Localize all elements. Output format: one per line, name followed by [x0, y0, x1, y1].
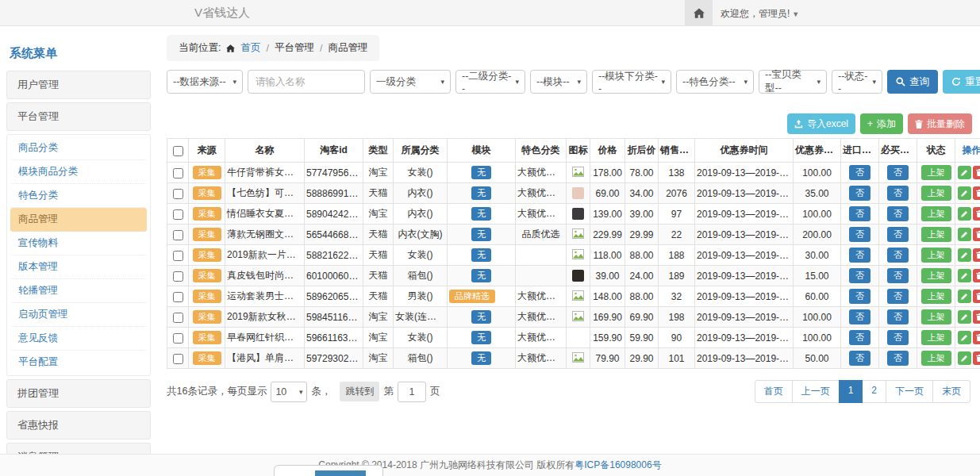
delete-button[interactable] [973, 269, 980, 282]
sidebar-item-feedback[interactable]: 意见反馈 [10, 327, 147, 351]
select-all-checkbox[interactable] [173, 146, 183, 156]
edit-button[interactable] [958, 331, 971, 344]
import-select-toggle[interactable]: 否 [849, 186, 870, 201]
edit-button[interactable] [958, 228, 971, 241]
import-excel-button[interactable]: 导入excel [787, 113, 855, 134]
feature-category-select[interactable]: --特色分类--▾ [676, 70, 754, 94]
sidebar-item-savings-express[interactable]: 省惠快报 [6, 411, 151, 440]
edit-button[interactable] [958, 351, 971, 365]
delete-button[interactable] [973, 186, 980, 200]
delete-button[interactable] [973, 310, 980, 324]
home-button[interactable] [685, 0, 713, 25]
status-button[interactable]: 上架 [921, 268, 951, 283]
delete-button[interactable] [973, 228, 980, 241]
page-last[interactable]: 末页 [932, 380, 970, 403]
must-buy-toggle[interactable]: 否 [887, 248, 909, 263]
row-checkbox[interactable] [173, 292, 183, 302]
edit-button[interactable] [958, 186, 971, 200]
level1-category-select[interactable]: 一级分类▾ [370, 70, 451, 94]
breadcrumb-home-link[interactable]: 首页 [240, 41, 260, 55]
import-select-toggle[interactable]: 否 [849, 289, 870, 304]
name-input[interactable] [248, 70, 365, 94]
module-select[interactable]: --模块--▾ [530, 70, 587, 94]
sidebar-item-group-buy-management[interactable]: 拼团管理 [6, 379, 151, 408]
edit-button[interactable] [958, 207, 971, 221]
edit-button[interactable] [958, 269, 971, 282]
status-button[interactable]: 上架 [921, 206, 951, 221]
status-button[interactable]: 上架 [921, 186, 951, 201]
import-select-toggle[interactable]: 否 [849, 206, 870, 221]
import-select-toggle[interactable]: 否 [849, 330, 870, 345]
page-2[interactable]: 2 [862, 380, 886, 403]
sidebar-item-user-management[interactable]: 用户管理 [6, 71, 151, 99]
per-page-select[interactable]: 10▾ [271, 382, 307, 402]
row-checkbox[interactable] [173, 168, 183, 178]
page-prev[interactable]: 上一页 [792, 380, 840, 403]
edit-button[interactable] [958, 248, 971, 262]
must-buy-toggle[interactable]: 否 [887, 330, 909, 345]
icp-link[interactable]: 粤ICP备16098006号 [575, 459, 661, 472]
module-sub-select[interactable]: --模块下分类--▾ [592, 70, 671, 94]
page-1[interactable]: 1 [839, 380, 863, 403]
page-next[interactable]: 下一页 [886, 380, 933, 403]
data-source-select[interactable]: --数据来源--▾ [167, 70, 243, 94]
edit-button[interactable] [958, 290, 971, 303]
sidebar-item-promo-materials[interactable]: 宣传物料 [10, 232, 147, 255]
row-checkbox[interactable] [173, 354, 183, 364]
status-button[interactable]: 上架 [921, 309, 951, 324]
import-select-toggle[interactable]: 否 [849, 268, 870, 283]
status-button[interactable]: 上架 [921, 227, 951, 242]
delete-button[interactable] [973, 331, 980, 344]
import-select-toggle[interactable]: 否 [849, 351, 870, 366]
row-checkbox[interactable] [173, 230, 183, 240]
sidebar-item-featured-category[interactable]: 特色分类 [10, 184, 147, 208]
row-checkbox[interactable] [173, 251, 183, 261]
status-button[interactable]: 上架 [921, 248, 951, 263]
item-type-select[interactable]: --宝贝类型--▾ [759, 70, 827, 94]
row-checkbox[interactable] [173, 189, 183, 199]
must-buy-toggle[interactable]: 否 [887, 309, 909, 324]
must-buy-toggle[interactable]: 否 [887, 227, 909, 242]
sidebar-item-carousel-management[interactable]: 轮播管理 [10, 279, 147, 303]
row-checkbox[interactable] [173, 271, 183, 282]
reset-button[interactable]: 重置 [943, 70, 980, 94]
jump-page-input[interactable] [398, 382, 426, 402]
import-select-toggle[interactable]: 否 [849, 248, 870, 263]
delete-button[interactable] [973, 207, 980, 221]
import-select-toggle[interactable]: 否 [849, 165, 870, 180]
must-buy-toggle[interactable]: 否 [887, 351, 909, 366]
sidebar-item-version-management[interactable]: 版本管理 [10, 255, 147, 279]
edit-button[interactable] [958, 310, 971, 324]
status-button[interactable]: 上架 [921, 289, 951, 304]
sidebar-item-product-management[interactable]: 商品管理 [10, 208, 147, 232]
delete-button[interactable] [973, 290, 980, 303]
sidebar-item-module-product-category[interactable]: 模块商品分类 [10, 160, 147, 184]
must-buy-toggle[interactable]: 否 [887, 206, 909, 221]
sidebar-item-platform-config[interactable]: 平台配置 [10, 351, 147, 374]
must-buy-toggle[interactable]: 否 [887, 268, 909, 283]
row-checkbox[interactable] [173, 313, 183, 323]
sidebar-item-platform-management[interactable]: 平台管理 [6, 102, 151, 131]
level2-category-select[interactable]: --二级分类--▾ [455, 70, 525, 94]
delete-button[interactable] [973, 166, 980, 179]
sidebar-item-splash-page-management[interactable]: 启动页管理 [10, 303, 147, 327]
import-select-toggle[interactable]: 否 [849, 227, 870, 242]
search-button[interactable]: 查询 [887, 70, 938, 94]
user-menu[interactable]: 欢迎您，管理员!▼ [721, 7, 799, 21]
row-checkbox[interactable] [173, 209, 183, 220]
jump-button[interactable]: 跳转到 [340, 382, 379, 401]
row-checkbox[interactable] [173, 333, 183, 344]
sidebar-item-product-category[interactable]: 商品分类 [10, 136, 147, 160]
batch-delete-button[interactable]: 批量删除 [908, 113, 972, 134]
page-first[interactable]: 首页 [755, 380, 793, 403]
edit-button[interactable] [958, 166, 971, 179]
must-buy-toggle[interactable]: 否 [887, 289, 909, 304]
status-button[interactable]: 上架 [921, 165, 951, 180]
status-button[interactable]: 上架 [921, 351, 951, 366]
must-buy-toggle[interactable]: 否 [887, 186, 909, 201]
status-select[interactable]: --状态--▾ [832, 70, 882, 94]
delete-button[interactable] [973, 248, 980, 262]
delete-button[interactable] [973, 351, 980, 365]
import-select-toggle[interactable]: 否 [849, 309, 870, 324]
must-buy-toggle[interactable]: 否 [887, 165, 909, 180]
